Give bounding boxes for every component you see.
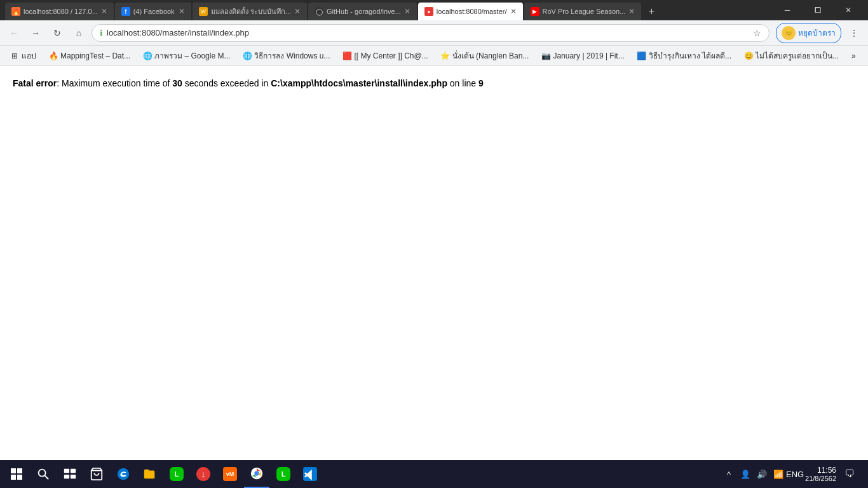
tab-2-close[interactable]: ✕ <box>179 7 185 16</box>
system-clock[interactable]: 11:56 21/8/2562 <box>805 466 836 482</box>
tab-1[interactable]: 🔥 localhost:8080 / 127.0... ✕ <box>5 3 114 20</box>
taskbar-edge-button[interactable] <box>111 460 136 488</box>
bookmarks-bar: ⊞ แอป 🔥 MappingTest – Dat... 🌐 ภาพรวม – … <box>0 46 868 66</box>
svg-rect-3 <box>71 469 76 473</box>
bookmark-3[interactable]: 🌐 ภาพรวม – Google M... <box>138 48 235 64</box>
tab-6-favicon: ▶ <box>531 7 539 16</box>
tab-6-close[interactable]: ✕ <box>628 7 635 16</box>
system-tray: ^ 👤 🔊 📶 ENG 11:56 21/8/2562 🗨 <box>717 460 864 488</box>
tab-3-favicon: W <box>199 7 208 16</box>
bookmark-2-label: MappingTest – Dat... <box>60 51 130 60</box>
bookmark-7[interactable]: 📷 January | 2019 | Fit... <box>536 50 629 62</box>
svg-rect-5 <box>71 475 76 478</box>
bookmark-4-label: วิธีการลง Windows u... <box>254 50 330 62</box>
error-line-number: 9 <box>478 78 484 88</box>
title-bar: 🔥 localhost:8080 / 127.0... ✕ f (4) Face… <box>0 0 868 20</box>
taskbar-taskview-button[interactable] <box>57 460 83 488</box>
taskbar-search-button[interactable] <box>31 460 56 488</box>
security-icon: ℹ <box>100 29 103 37</box>
tab-1-title: localhost:8080 / 127.0... <box>24 8 98 15</box>
bookmark-more-label: » <box>851 51 856 60</box>
tab-3[interactable]: W มมลองติดตั้ง ระบบบันทึก... ✕ <box>193 3 307 20</box>
window-controls: ─ ⧠ ✕ <box>773 0 863 20</box>
close-button[interactable]: ✕ <box>834 0 863 20</box>
bookmark-apps[interactable]: ⊞ แอป <box>5 48 41 64</box>
bookmark-3-label: ภาพรวม – Google M... <box>154 50 230 62</box>
address-bar: ← → ↻ ⌂ ℹ localhost:8080/master/install/… <box>0 20 868 46</box>
line-icon: L <box>170 467 184 481</box>
tab-2[interactable]: f (4) Facebook ✕ <box>115 3 191 20</box>
error-message: Fatal error: Maximum execution time of 3… <box>13 76 855 90</box>
bookmark-more[interactable]: » <box>846 50 861 62</box>
bookmark-4[interactable]: 🌐 วิธีการลง Windows u... <box>238 48 335 64</box>
bookmark-star-icon[interactable]: ☆ <box>753 28 761 38</box>
store-icon <box>90 467 104 481</box>
tab-6-title: RoV Pro League Season... <box>543 8 626 15</box>
taskbar-vmix-button[interactable]: vM <box>217 460 243 488</box>
taskbar-download-button[interactable]: ↓ <box>191 460 216 488</box>
taskbar-vscode-button[interactable] <box>297 460 323 488</box>
tab-1-close[interactable]: ✕ <box>101 7 107 16</box>
bookmark-6-icon: ⭐ <box>441 51 450 60</box>
clock-date: 21/8/2562 <box>805 475 836 482</box>
windows-logo-icon <box>11 468 22 480</box>
tab-5-close[interactable]: ✕ <box>510 7 517 16</box>
edge-icon <box>116 467 130 481</box>
error-filepath: C:\xampp\htdocs\master\install\index.php <box>271 78 447 88</box>
folder-icon <box>143 467 157 481</box>
notification-button[interactable]: 🗨 <box>840 460 859 488</box>
bookmark-7-icon: 📷 <box>541 51 550 60</box>
maximize-button[interactable]: ⧠ <box>803 0 832 20</box>
tray-volume-icon[interactable]: 🔊 <box>756 468 768 480</box>
bookmark-2[interactable]: 🔥 MappingTest – Dat... <box>44 50 135 62</box>
tray-people-icon[interactable]: 👤 <box>739 468 752 480</box>
refresh-button[interactable]: ↻ <box>48 24 66 42</box>
bookmark-7-label: January | 2019 | Fit... <box>553 51 624 60</box>
bookmark-4-icon: 🌐 <box>243 51 252 60</box>
tab-4-title: GitHub - goragod/inve... <box>327 8 401 15</box>
bookmark-6-label: นั่งเต้น (Nanglen Ban... <box>452 50 529 62</box>
bookmark-9[interactable]: 😊 ไม่ได้สบครูแต่อยากเป็น... <box>739 48 844 64</box>
tab-3-title: มมลองติดตั้ง ระบบบันทึก... <box>211 6 291 17</box>
profile-button[interactable]: 😊 หยุดบ้าตรา <box>776 23 841 43</box>
svg-point-9 <box>254 471 259 475</box>
bookmark-6[interactable]: ⭐ นั่งเต้น (Nanglen Ban... <box>436 48 534 64</box>
bookmark-apps-label: แอป <box>22 50 36 62</box>
new-tab-button[interactable]: + <box>642 3 660 20</box>
taskbar-chrome-button[interactable] <box>244 460 269 488</box>
tray-expand-button[interactable]: ^ <box>722 468 735 480</box>
taskbar-line-button[interactable]: L <box>164 460 189 488</box>
bookmark-5[interactable]: 🟥 [[ My Center ]] Ch@... <box>337 50 433 62</box>
taskbar-store-button[interactable] <box>84 460 109 488</box>
home-button[interactable]: ⌂ <box>70 24 88 42</box>
tab-4[interactable]: ◯ GitHub - goragod/inve... ✕ <box>308 3 417 20</box>
bookmark-3-icon: 🌐 <box>143 51 152 60</box>
download-icon: ↓ <box>196 467 210 481</box>
tab-4-close[interactable]: ✕ <box>404 7 410 16</box>
apps-grid-icon: ⊞ <box>10 51 19 60</box>
settings-menu-button[interactable]: ⋮ <box>845 24 863 42</box>
url-bar[interactable]: ℹ localhost:8080/master/install/index.ph… <box>92 24 770 42</box>
error-fatal-label: Fatal error <box>13 78 57 88</box>
error-message-text: Maximum execution time of <box>59 78 172 88</box>
tab-1-favicon: 🔥 <box>11 7 20 16</box>
vscode-icon <box>303 467 317 481</box>
tab-5-active[interactable]: ● localhost:8080/master/ ✕ <box>418 3 523 20</box>
content-area: Fatal error: Maximum execution time of 3… <box>0 66 868 460</box>
error-seconds-suffix: seconds exceeded in <box>182 78 271 88</box>
svg-rect-4 <box>64 475 69 478</box>
forward-button[interactable]: → <box>27 24 44 42</box>
taskbar-line2-button[interactable]: L <box>271 460 296 488</box>
chrome-icon <box>250 466 264 480</box>
tray-network-icon[interactable]: 📶 <box>772 468 785 480</box>
taskbar-explorer-button[interactable] <box>137 460 163 488</box>
back-button[interactable]: ← <box>5 24 23 42</box>
bookmark-9-icon: 😊 <box>744 51 753 60</box>
bookmark-8-label: วิธีบำรุงกินเหาง ได้ผลดี... <box>649 50 731 62</box>
keyboard-layout-label[interactable]: ENG <box>789 468 801 480</box>
tab-3-close[interactable]: ✕ <box>294 7 301 16</box>
tab-6[interactable]: ▶ RoV Pro League Season... ✕ <box>524 3 642 20</box>
minimize-button[interactable]: ─ <box>773 0 802 20</box>
bookmark-8[interactable]: 🟦 วิธีบำรุงกินเหาง ได้ผลดี... <box>632 48 736 64</box>
start-button[interactable] <box>4 460 29 488</box>
